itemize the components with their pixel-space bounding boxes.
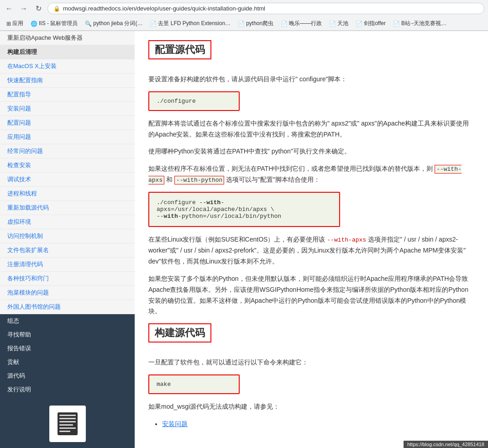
- code-block-configure: ./configure: [148, 91, 240, 111]
- section1-para4: 在某些Linux发行版（例如SUSE和CentOS）上，有必要使用该 --wit…: [148, 234, 474, 267]
- bookmark-tianchi[interactable]: 📄 天池: [326, 19, 351, 28]
- svg-rect-6: [59, 431, 70, 432]
- book-logo: [49, 406, 86, 442]
- code-block-make: make: [148, 374, 240, 394]
- sidebar-link-item[interactable]: 调试技术: [0, 173, 135, 187]
- bookmark-offer[interactable]: 📄 剑指offer: [353, 19, 388, 28]
- crawler-icon: 📄: [238, 21, 245, 27]
- section1-intro: 要设置准备好构建的软件包，请从源代码目录中运行" configure"脚本：: [148, 74, 474, 85]
- section1-para3: 如果这些程序不在标准位置，则无法在PATH中找到它们，或者您希望使用已找到版本的…: [148, 163, 474, 185]
- status-bar: https://blog.csdn.net/qq_42851418: [404, 441, 488, 448]
- tianchi-icon: 📄: [329, 21, 336, 27]
- section2-intro: 一旦配置了软件包，就可以通过运行以下命令来构建它：: [148, 357, 474, 368]
- sidebar-link-item[interactable]: 文件包装扩展名: [0, 243, 135, 258]
- address-text: modwsgi.readthedocs.io/en/develop/user-g…: [63, 5, 265, 12]
- svg-rect-3: [59, 421, 76, 422]
- code-block-configure-wide: ./configure --with-apxs=/usr/local/apach…: [148, 192, 340, 227]
- sidebar-logo: [0, 396, 135, 448]
- sidebar: 重新启动Apache Web服务器 构建后清理 在MacOS X上安装快速配置指…: [0, 31, 135, 448]
- with-apxs-inline2: --with-apxs: [327, 237, 366, 243]
- sidebar-dark-item[interactable]: 组态: [0, 314, 135, 328]
- bookmark-lfpd[interactable]: 📄 去里 LFD Python Extension…: [147, 19, 233, 28]
- browser-chrome: ← → ↻ 🔒 modwsgi.readthedocs.io/en/develo…: [0, 0, 488, 31]
- iis-icon: 🌐: [31, 21, 37, 27]
- sidebar-link-item[interactable]: 安装问题: [0, 102, 135, 116]
- sidebar-dark-item[interactable]: 发行说明: [0, 383, 135, 396]
- svg-rect-5: [59, 427, 76, 429]
- svg-rect-2: [59, 418, 76, 419]
- bookmark-jieba[interactable]: 🔍 python jieba 分词(…: [82, 19, 145, 28]
- content-area: 配置源代码 要设置准备好构建的软件包，请从源代码目录中运行" configure…: [135, 31, 488, 448]
- bookmark-bilibili[interactable]: 📄 B站·-天池竞赛视…: [390, 19, 449, 28]
- sidebar-link-item[interactable]: 重新加载源代码: [0, 201, 135, 215]
- section1-para2: 使用哪种Python安装将通过在PATH中查找" python"可执行文件来确定…: [148, 146, 474, 157]
- section1-title: 配置源代码: [148, 40, 211, 59]
- section1-para1: 配置脚本将尝试通过在各个标准位置中搜索发行版中包含的称为" apxs2"或" a…: [148, 118, 474, 140]
- install-issues-link[interactable]: 安装问题: [162, 420, 188, 427]
- forward-button[interactable]: →: [18, 3, 29, 14]
- bookmark-crawler[interactable]: 📄 python爬虫: [235, 19, 276, 28]
- section1-para5: 如果您安装了多个版本的Python，但未使用默认版本，则可能必须组织运行时Apa…: [148, 274, 474, 317]
- bookmarks-bar: ⊞ 应用 🌐 IIS - 鼠标管理员 🔍 python jieba 分词(… 📄…: [0, 17, 488, 31]
- sidebar-link-item[interactable]: 外国人图书馆的问题: [0, 300, 135, 314]
- sidebar-item-post-build[interactable]: 构建后清理: [0, 45, 135, 59]
- sidebar-link-item[interactable]: 进程和线程: [0, 187, 135, 201]
- sidebar-dark-item[interactable]: 贡献: [0, 355, 135, 369]
- sidebar-link-item[interactable]: 检查安装: [0, 158, 135, 173]
- sidebar-link-item[interactable]: 泡菜模块的问题: [0, 286, 135, 300]
- section2-para1: 如果mod_wsgi源代码无法成功构建，请参见：: [148, 401, 474, 412]
- lock-icon: 🔒: [53, 5, 60, 12]
- offer-icon: 📄: [356, 21, 362, 27]
- sidebar-link-item[interactable]: 快速配置指南: [0, 74, 135, 88]
- sidebar-link-item[interactable]: 在MacOS X上安装: [0, 59, 135, 74]
- address-bar[interactable]: 🔒 modwsgi.readthedocs.io/en/develop/user…: [47, 3, 484, 14]
- bookmark-wanle[interactable]: 📄 晚乐——行政: [278, 19, 325, 28]
- browser-toolbar: ← → ↻ 🔒 modwsgi.readthedocs.io/en/develo…: [0, 0, 488, 17]
- lfd-icon: 📄: [150, 21, 157, 27]
- bookmark-iis[interactable]: 🌐 IIS - 鼠标管理员: [28, 19, 80, 28]
- bullet-list: 安装问题: [162, 419, 474, 429]
- jieba-icon: 🔍: [85, 21, 92, 27]
- sidebar-link-item[interactable]: 配置指导: [0, 88, 135, 102]
- sidebar-link-item[interactable]: 配置问题: [0, 116, 135, 130]
- sidebar-link-item[interactable]: 经常问的问题: [0, 144, 135, 158]
- sidebar-item-restart-apache[interactable]: 重新启动Apache Web服务器: [0, 31, 135, 45]
- sidebar-link-item[interactable]: 应用问题: [0, 130, 135, 144]
- apps-icon: ⊞: [6, 21, 11, 27]
- wanle-icon: 📄: [281, 21, 288, 27]
- sidebar-dark-item[interactable]: 报告错误: [0, 342, 135, 355]
- svg-rect-4: [59, 424, 73, 426]
- main-layout: 重新启动Apache Web服务器 构建后清理 在MacOS X上安装快速配置指…: [0, 31, 488, 448]
- back-button[interactable]: ←: [4, 3, 15, 14]
- section2-title: 构建源代码: [148, 323, 211, 343]
- refresh-button[interactable]: ↻: [33, 3, 44, 14]
- bilibili-icon: 📄: [393, 21, 400, 27]
- sidebar-dark-item[interactable]: 源代码: [0, 369, 135, 383]
- svg-rect-1: [59, 415, 76, 416]
- sidebar-link-item[interactable]: 注册清理代码: [0, 258, 135, 272]
- bookmark-apps[interactable]: ⊞ 应用: [4, 19, 26, 28]
- sidebar-link-item[interactable]: 访问控制机制: [0, 229, 135, 243]
- sidebar-dark-item[interactable]: 寻找帮助: [0, 328, 135, 342]
- with-python-inline: --with-python: [174, 176, 224, 184]
- sidebar-link-item[interactable]: 虚拟环境: [0, 215, 135, 229]
- sidebar-link-item[interactable]: 各种技巧和窍门: [0, 272, 135, 286]
